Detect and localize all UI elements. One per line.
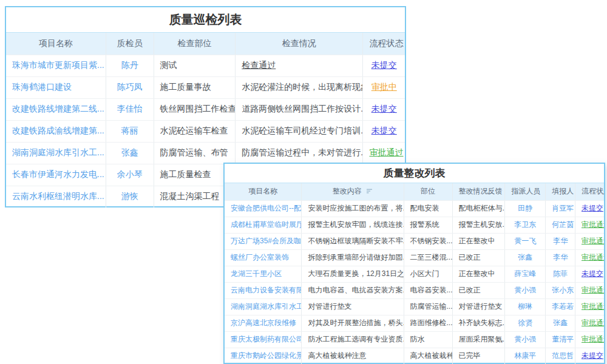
- rectification-list-title: 质量整改列表: [225, 164, 604, 183]
- assignee-name-link[interactable]: 黄小强: [505, 331, 546, 348]
- reporter-name-link[interactable]: 张鑫: [546, 315, 575, 331]
- reporter-name-link[interactable]: 张小东: [546, 282, 575, 298]
- inspection-part-cell: 测试: [154, 55, 236, 76]
- project-name-link[interactable]: 重庆太极制药有限公司亳州中...: [225, 331, 302, 348]
- inspection_table-row: 珠海鹤港口建设陈巧凤施工质量事故水泥砼灌注的时候，出现离析现象审批中: [6, 76, 405, 98]
- process-status-link[interactable]: 未提交: [363, 120, 405, 142]
- reporter-name-link[interactable]: 陈菲: [546, 266, 575, 282]
- process-status-link[interactable]: 审批通过: [575, 282, 605, 298]
- project-name-link[interactable]: 云南电力设备安装有限公司20...: [225, 282, 302, 298]
- inspector-name-link[interactable]: 蒋丽: [106, 120, 154, 142]
- process-status-link[interactable]: 审批通过: [575, 249, 605, 266]
- rectification-part-cell: 路面维修检...: [404, 315, 452, 331]
- inspection-situation-cell: 水泥砼运输车司机经过专门培训...: [236, 120, 363, 142]
- process-status-link[interactable]: 审批通过: [575, 298, 605, 315]
- rectification-part-cell: 配电安装: [404, 200, 452, 217]
- reporter-name-link[interactable]: 何芷茵: [546, 217, 575, 233]
- rectification-content-cell: 高大植被栽种注意: [302, 348, 404, 364]
- inspection-situation-cell[interactable]: 检查通过: [236, 55, 363, 76]
- project-name-link[interactable]: 湖南洞庭湖水库引水工程施工I标: [225, 298, 302, 315]
- process-status-link[interactable]: 审批通过: [363, 142, 405, 164]
- project-name-link[interactable]: 京沪高速北京段维修: [225, 315, 302, 331]
- project-name-link[interactable]: 长春市伊通河水力发电...: [6, 164, 106, 186]
- project-name-link[interactable]: 万达广场35#会所及咖啡厅空...: [225, 233, 302, 249]
- rectification_table-row: 螺丝厂办公室装饰拆除到承重墙部分请做好加固...二至三楼混...已改正张鑫李华审…: [225, 249, 604, 266]
- reporter-name-link[interactable]: 李若若: [546, 298, 575, 315]
- project-name-link[interactable]: 成都杜甫草堂临时展厅独立展...: [225, 217, 302, 233]
- rectification_table-row: 京沪高速北京段维修对其及时开展整治措施，桥头...路面维修检...补齐缺失标志.…: [225, 315, 604, 331]
- inspector-name-link[interactable]: 张鑫: [106, 142, 154, 164]
- rectification-col-feedback: 整改情况反馈: [452, 183, 505, 200]
- inspection-part-cell: 水泥砼运输车检查: [154, 120, 236, 142]
- process-status-link[interactable]: 审批通过: [575, 217, 605, 233]
- assignee-name-link[interactable]: 黄小强: [505, 282, 546, 298]
- inspection_table-row: 湖南洞庭湖水库引水工...张鑫防腐管运输、布管防腐管运输过程中，未对管进行...…: [6, 142, 405, 164]
- rectification-col-reporter: 填报人: [546, 183, 575, 200]
- rectification-col-content[interactable]: 整改内容: [302, 183, 404, 200]
- assignee-name-link[interactable]: 张鑫: [505, 249, 546, 266]
- inspection-part-cell: 施工质量事故: [154, 76, 236, 98]
- inspector-name-link[interactable]: 陈巧凤: [106, 76, 154, 98]
- inspection-situation-cell: 防腐管运输过程中，未对管进行...: [236, 142, 363, 164]
- project-name-link[interactable]: 改建铁路线增建第二线...: [6, 98, 106, 120]
- reporter-name-link[interactable]: 董清平: [546, 331, 575, 348]
- inspection-header-row: 项目名称 质检员 检查部位 检查情况 流程状态: [6, 33, 405, 55]
- rectification-part-cell: 报警系统: [404, 217, 452, 233]
- process-status-link[interactable]: 审批通过: [575, 331, 605, 348]
- rectification-part-cell: 电容器安装...: [404, 282, 452, 298]
- assignee-name-link[interactable]: 薛宝峰: [505, 266, 546, 282]
- rectification-feedback-cell: 报警主机安放...: [452, 217, 505, 233]
- rectification-feedback-cell: 已完毕: [452, 348, 505, 364]
- project-name-link[interactable]: 珠海市城市更新项目紫...: [6, 55, 106, 76]
- rectification-content-cell: 不锈钢边框玻璃隔断安装不牢...: [302, 233, 404, 249]
- assignee-name-link[interactable]: 黄一飞: [505, 233, 546, 249]
- inspection-situation-cell: 道路两侧铁丝网围挡工作按设计...: [236, 98, 363, 120]
- process-status-link[interactable]: 未提交: [575, 266, 605, 282]
- project-name-link[interactable]: 珠海鹤港口建设: [6, 76, 106, 98]
- process-status-link[interactable]: 未提交: [575, 200, 605, 217]
- project-name-link[interactable]: 改建铁路成渝线增建第...: [6, 120, 106, 142]
- process-status-link[interactable]: 审批中: [363, 76, 405, 98]
- process-status-link[interactable]: 未提交: [363, 98, 405, 120]
- inspection_table-row: 改建铁路成渝线增建第...蒋丽水泥砼运输车检查水泥砼运输车司机经过专门培训...…: [6, 120, 405, 142]
- process-status-link[interactable]: 审批通过: [575, 233, 605, 249]
- inspection-col-inspector: 质检员: [106, 33, 154, 55]
- inspector-name-link[interactable]: 游恢: [106, 186, 154, 207]
- inspector-name-link[interactable]: 李佳怡: [106, 98, 154, 120]
- reporter-name-link[interactable]: 肖亚军: [546, 200, 575, 217]
- project-name-link[interactable]: 安徽合肥供电公司--配电设备...: [225, 200, 302, 217]
- project-name-link[interactable]: 云南水利枢纽潜明水库...: [6, 186, 106, 207]
- assignee-name-link[interactable]: 徐贤: [505, 315, 546, 331]
- inspection_table-row: 珠海市城市更新项目紫...陈丹测试检查通过未提交: [6, 55, 405, 76]
- rectification-col-part: 部位: [404, 183, 452, 200]
- process-status-link[interactable]: 未提交: [575, 348, 605, 364]
- rectification-part-cell: 小区大门: [404, 266, 452, 282]
- reporter-name-link[interactable]: 李华: [546, 233, 575, 249]
- reporter-name-link[interactable]: 范思哲: [546, 348, 575, 364]
- sort-icon[interactable]: [367, 188, 373, 194]
- inspection-col-project: 项目名称: [6, 33, 106, 55]
- inspector-name-link[interactable]: 余小琴: [106, 164, 154, 186]
- rectification-part-cell: 不锈钢安装...: [404, 233, 452, 249]
- rectification_table-row: 重庆市鹅岭公园绿化景观提升...高大植被栽种注意高大植被栽种已完毕林康平范思哲未…: [225, 348, 604, 364]
- rectification-content-cell: 大理石质量更换，12月31日之...: [302, 266, 404, 282]
- rectification-part-cell: 防水: [404, 331, 452, 348]
- inspector-name-link[interactable]: 陈丹: [106, 55, 154, 76]
- rectification_table-row: 重庆太极制药有限公司亳州中...防水工程施工选调有专业资质...防水屋面采用聚氨…: [225, 331, 604, 348]
- rectification-content-cell: 防水工程施工选调有专业资质...: [302, 331, 404, 348]
- inspection-col-status: 流程状态: [363, 33, 405, 55]
- inspection-part-cell: 铁丝网围挡工作检查: [154, 98, 236, 120]
- project-name-link[interactable]: 龙湖三千里小区: [225, 266, 302, 282]
- rectification_table-row: 万达广场35#会所及咖啡厅空...不锈钢边框玻璃隔断安装不牢...不锈钢安装..…: [225, 233, 604, 249]
- assignee-name-link[interactable]: 李卫东: [505, 217, 546, 233]
- assignee-name-link[interactable]: 田静: [505, 200, 546, 217]
- assignee-name-link[interactable]: 林康平: [505, 348, 546, 364]
- assignee-name-link[interactable]: 柳琳: [505, 298, 546, 315]
- project-name-link[interactable]: 螺丝厂办公室装饰: [225, 249, 302, 266]
- process-status-link[interactable]: 审批通过: [575, 315, 605, 331]
- project-name-link[interactable]: 重庆市鹅岭公园绿化景观提升...: [225, 348, 302, 364]
- process-status-link[interactable]: 未提交: [363, 55, 405, 76]
- project-name-link[interactable]: 湖南洞庭湖水库引水工...: [6, 142, 106, 164]
- reporter-name-link[interactable]: 李华: [546, 249, 575, 266]
- rectification-col-project: 项目名称: [225, 183, 302, 200]
